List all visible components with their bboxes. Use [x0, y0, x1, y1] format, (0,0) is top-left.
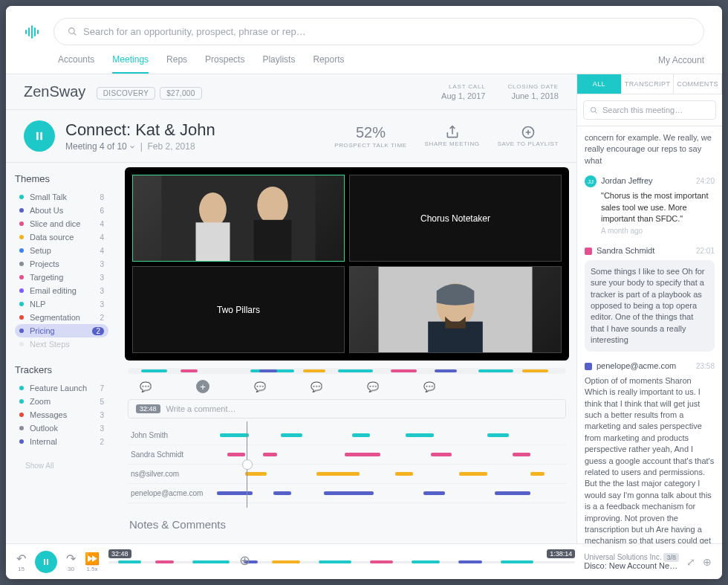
sidebar-item-zoom[interactable]: Zoom5 — [15, 395, 108, 408]
color-dot — [19, 222, 24, 226]
sidebar-item-setup[interactable]: Setup4 — [15, 244, 108, 257]
speaker-color — [585, 248, 592, 255]
share-meeting-button[interactable]: SHARE MEETING — [425, 124, 480, 149]
color-dot — [19, 262, 24, 266]
playhead[interactable] — [247, 421, 247, 508]
trackers-heading: Trackers — [15, 364, 108, 375]
sidebar-item-internal[interactable]: Internal2 — [15, 435, 108, 448]
sidebar-item-messages[interactable]: Messages3 — [15, 408, 108, 421]
sidebar-item-small-talk[interactable]: Small Talk8 — [15, 190, 108, 204]
sidebar-item-feature-launch[interactable]: Feature Launch7 — [15, 381, 108, 395]
svg-rect-8 — [40, 132, 42, 140]
color-dot — [19, 399, 24, 404]
forward-30-button[interactable]: ↷ 30 — [66, 552, 76, 572]
account-badge: $27,000 — [160, 87, 201, 100]
add-comment-marker[interactable]: + — [196, 380, 209, 393]
sidebar-item-next-steps[interactable]: Next Steps — [15, 337, 108, 351]
nav-tab-meetings[interactable]: Meetings — [112, 54, 149, 74]
show-all-link[interactable]: Show All — [15, 462, 108, 470]
main-timeline[interactable]: 32:48 1:38:14 ⊕ — [108, 551, 575, 573]
svg-rect-2 — [31, 25, 33, 39]
video-tile-1[interactable] — [132, 175, 345, 262]
svg-rect-1 — [28, 28, 30, 36]
transcript-entry[interactable]: JJJordan Jeffrey24:20"Chorus is the most… — [585, 175, 715, 236]
rewind-icon: ↶ — [16, 552, 26, 566]
color-dot — [19, 426, 24, 430]
save-playlist-button[interactable]: SAVE TO PLAYLIST — [498, 124, 559, 149]
share-icon — [445, 125, 460, 140]
video-tile-2[interactable]: Chorus Notetaker — [349, 175, 562, 262]
speaker-track[interactable]: penelope@acme.com — [128, 484, 566, 503]
color-dot — [19, 413, 24, 417]
sidebar-item-outlook[interactable]: Outlook3 — [15, 421, 108, 435]
comment-marker-icon: 💬 — [140, 381, 152, 392]
color-dot — [19, 208, 24, 213]
svg-rect-14 — [196, 222, 230, 261]
panel-tab-comments[interactable]: COMMENTS — [674, 74, 722, 94]
transcript-entry[interactable]: penelope@acme.com23:58Option of of momen… — [585, 361, 715, 543]
nav-tab-prospects[interactable]: Prospects — [205, 54, 244, 74]
video-tile-4[interactable] — [349, 266, 562, 353]
meeting-index: Meeting 4 of 10 — [65, 141, 127, 152]
color-dot — [19, 288, 24, 293]
panel-tab-all[interactable]: ALL — [577, 74, 622, 94]
color-dot — [19, 342, 24, 346]
nav-tab-accounts[interactable]: Accounts — [58, 54, 94, 74]
search-icon — [590, 106, 598, 114]
comment-timestamp: 32:48 — [136, 404, 160, 413]
sidebar-item-projects[interactable]: Projects3 — [15, 257, 108, 271]
panel-tab-transcript[interactable]: TRANSCRIPT — [622, 74, 675, 94]
transcript-snippet: concern for example. We really, we reall… — [585, 132, 715, 167]
svg-line-21 — [595, 111, 597, 113]
color-dot — [19, 439, 24, 444]
sidebar-item-about-us[interactable]: About Us6 — [15, 204, 108, 217]
svg-point-20 — [591, 107, 595, 111]
video-tile-3[interactable]: Two Pillars — [132, 266, 345, 353]
svg-point-5 — [69, 28, 75, 34]
svg-rect-4 — [37, 30, 39, 34]
video-grid: Chorus Notetaker Two Pillars — [125, 167, 569, 361]
plus-circle-icon — [521, 125, 536, 140]
account-name: ZenSway — [24, 83, 85, 100]
transcript-entry[interactable]: Sandra Schmidt22:01Some things I like to… — [585, 245, 715, 352]
sidebar-item-targeting[interactable]: Targeting3 — [15, 271, 108, 284]
play-pause-button[interactable] — [24, 120, 55, 152]
add-icon[interactable]: ⊕ — [703, 556, 712, 568]
svg-rect-23 — [47, 559, 48, 565]
nav-tab-reps[interactable]: Reps — [166, 54, 187, 74]
sidebar-item-pricing[interactable]: Pricing2 — [15, 324, 108, 337]
forward-icon: ↷ — [66, 552, 76, 566]
color-dot — [19, 386, 24, 390]
speed-button[interactable]: ⏩ 1.5x — [85, 552, 100, 572]
comment-marker-icon: 💬 — [254, 381, 266, 392]
search-icon — [68, 27, 77, 36]
svg-line-6 — [74, 33, 76, 35]
meeting-search-input[interactable]: Search this meeting… — [583, 100, 716, 120]
playbar-add-marker[interactable]: ⊕ — [239, 552, 250, 569]
speaker-track[interactable]: ns@silver.com — [128, 465, 566, 484]
nav-tab-playlists[interactable]: Playlists — [262, 54, 295, 74]
svg-point-15 — [257, 187, 287, 224]
expand-icon[interactable]: ⤢ — [686, 556, 695, 568]
svg-rect-0 — [25, 30, 27, 34]
svg-point-13 — [199, 193, 227, 227]
rewind-15-button[interactable]: ↶ 15 — [16, 552, 26, 572]
playbar-play-button[interactable] — [35, 551, 57, 573]
speaker-track[interactable]: Sandra Schmidt — [128, 445, 566, 465]
my-account-link[interactable]: My Account — [658, 55, 704, 73]
svg-rect-16 — [254, 220, 292, 261]
avatar: JJ — [585, 175, 597, 187]
mini-timeline[interactable] — [128, 368, 566, 374]
sidebar-item-data-source[interactable]: Data source4 — [15, 230, 108, 244]
sidebar-item-segmentation[interactable]: Segmentation2 — [15, 311, 108, 324]
sidebar-item-email-editing[interactable]: Email editing3 — [15, 284, 108, 297]
global-search-input[interactable]: Search for an opportunity, prospect, phr… — [53, 18, 704, 45]
sidebar-item-slice-and-dice[interactable]: Slice and dice4 — [15, 217, 108, 230]
nav-tab-reports[interactable]: Reports — [313, 54, 344, 74]
comment-input[interactable]: 32:48 Write a comment… — [128, 399, 566, 418]
speaker-track[interactable]: John Smith — [128, 426, 566, 445]
meeting-title: Connect: Kat & John — [65, 120, 324, 140]
sidebar-item-nlp[interactable]: NLP3 — [15, 297, 108, 311]
app-logo[interactable] — [24, 23, 42, 41]
comment-marker-icon: 💬 — [423, 381, 435, 392]
